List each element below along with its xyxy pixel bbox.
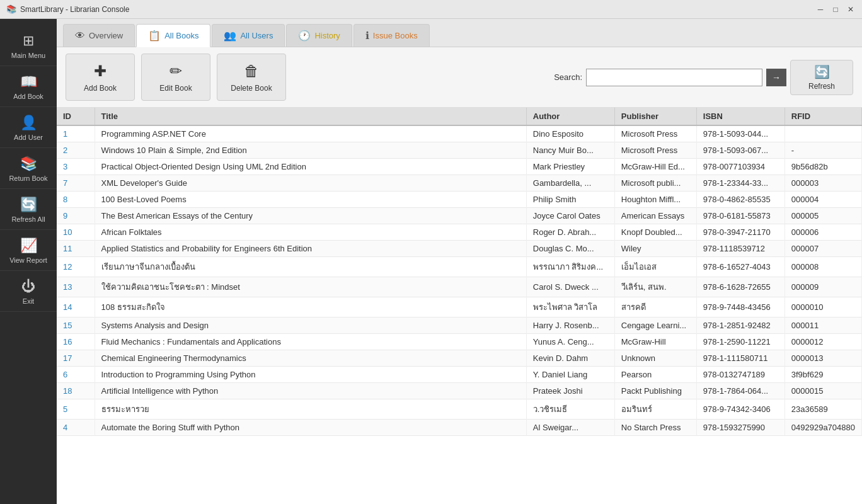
refresh-all-icon: 🔄 (20, 197, 37, 213)
edit-icon: ✏ (170, 62, 182, 80)
table-row[interactable]: 7 XML Developer's Guide Gambardella, ...… (57, 175, 862, 192)
cell-author: Dino Esposito (526, 125, 614, 142)
plus-icon: ✚ (94, 62, 106, 80)
cell-rfid (784, 125, 861, 142)
cell-publisher: Wiley (614, 241, 696, 257)
table-row[interactable]: 4 Automate the Boring Stuff with Python … (57, 420, 862, 436)
table-row[interactable]: 10 African Folktales Roger D. Abrah... K… (57, 224, 862, 241)
add-book-button[interactable]: ✚ Add Book (66, 54, 135, 101)
info-icon: ℹ (365, 30, 369, 42)
tab-all-users-label: All Users (240, 31, 273, 40)
table-row[interactable]: 15 Systems Analysis and Design Harry J. … (57, 318, 862, 334)
maximize-button[interactable]: □ (830, 4, 841, 14)
cell-id: 2 (57, 142, 95, 159)
cell-title: African Folktales (95, 224, 526, 241)
cell-id: 4 (57, 420, 95, 436)
table-row[interactable]: 9 The Best American Essays of the Centur… (57, 208, 862, 224)
table-row[interactable]: 18 Artificial Intelligence with Python P… (57, 383, 862, 399)
tab-issue-books[interactable]: ℹ Issue Books (353, 24, 430, 47)
cell-id: 3 (57, 159, 95, 175)
search-label: Search: (554, 72, 582, 82)
tab-overview-label: Overview (89, 31, 123, 40)
cell-author: Philip Smith (526, 192, 614, 208)
cell-rfid: 23a36589 (784, 399, 861, 420)
sidebar-item-refresh-all[interactable]: 🔄 Refresh All (0, 189, 57, 230)
delete-book-button[interactable]: 🗑 Delete Book (217, 54, 286, 101)
table-row[interactable]: 16 Fluid Mechanics : Fundamentals and Ap… (57, 334, 862, 350)
search-input[interactable] (586, 69, 762, 86)
table-row[interactable]: 6 Introduction to Programming Using Pyth… (57, 367, 862, 383)
cell-isbn: 978-6-16527-4043 (696, 257, 784, 277)
cell-isbn: 978-0-4862-85535 (696, 192, 784, 208)
cell-publisher: McGraw-Hill (614, 334, 696, 350)
books-table: ID Title Author Publisher ISBN RFID 1 Pr… (57, 108, 862, 436)
cell-publisher: วีเลิร์น, สนพ. (614, 277, 696, 297)
cell-rfid: 9b56d82b (784, 159, 861, 175)
cell-publisher: Microsoft Press (614, 142, 696, 159)
cell-rfid: 000008 (784, 257, 861, 277)
table-row[interactable]: 2 Windows 10 Plain & Simple, 2nd Edition… (57, 142, 862, 159)
add-book-label: Add Book (84, 84, 117, 93)
sidebar-label-exit: Exit (23, 297, 34, 305)
book-icon: 📖 (20, 74, 37, 90)
cell-title: Programming ASP.NET Core (95, 125, 526, 142)
tab-all-books[interactable]: 📋 All Books (136, 24, 210, 47)
window-controls: ─ □ ✕ (815, 4, 856, 14)
table-row[interactable]: 11 Applied Statistics and Probability fo… (57, 241, 862, 257)
table-row[interactable]: 13 ใช้ความคิดเอาชนะโชคชะตา : Mindset Car… (57, 277, 862, 297)
close-button[interactable]: ✕ (846, 4, 856, 14)
table-row[interactable]: 14 108 ธรรมสะกิดใจ พระไพศาล วิสาโล สารคด… (57, 297, 862, 318)
search-area: Search: → 🔄 Refresh (554, 60, 853, 95)
tab-all-users[interactable]: 👥 All Users (212, 24, 285, 47)
cell-id: 14 (57, 297, 95, 318)
cell-id: 9 (57, 208, 95, 224)
edit-book-button[interactable]: ✏ Edit Book (141, 54, 210, 101)
cell-isbn: 978-1-7864-064... (696, 383, 784, 399)
cell-isbn: 978-1-5093-067... (696, 142, 784, 159)
user-icon: 👤 (20, 115, 37, 131)
cell-author: ว.วชิรเมธี (526, 399, 614, 420)
col-publisher: Publisher (614, 108, 696, 125)
refresh-button[interactable]: 🔄 Refresh (790, 60, 853, 95)
sidebar-label-refresh-all: Refresh All (11, 215, 45, 223)
cell-isbn: 978-6-1628-72655 (696, 277, 784, 297)
trash-icon: 🗑 (244, 62, 259, 80)
tab-overview[interactable]: 👁 Overview (63, 24, 135, 47)
cell-rfid: 0000012 (784, 334, 861, 350)
table-row[interactable]: 17 Chemical Engineering Thermodynamics K… (57, 350, 862, 367)
sidebar-label-main-menu: Main Menu (11, 52, 45, 59)
cell-author: Joyce Carol Oates (526, 208, 614, 224)
cell-id: 15 (57, 318, 95, 334)
sidebar-item-main-menu[interactable]: ⊞ Main Menu (0, 25, 57, 66)
cell-rfid: 000004 (784, 192, 861, 208)
cell-title: Systems Analysis and Design (95, 318, 526, 334)
table-row[interactable]: 1 Programming ASP.NET Core Dino Esposito… (57, 125, 862, 142)
table-row[interactable]: 12 เรียนภาษาจีนกลางเบื้องต้น พรรณาภา สิร… (57, 257, 862, 277)
cell-title: The Best American Essays of the Century (95, 208, 526, 224)
cell-isbn: 978-1-5093-044... (696, 125, 784, 142)
cell-author: Carol S. Dweck ... (526, 277, 614, 297)
sidebar-item-add-book[interactable]: 📖 Add Book (0, 66, 57, 107)
tab-bar: 👁 Overview 📋 All Books 👥 All Users 🕐 His… (57, 19, 862, 47)
cell-publisher: อมรินทร์ (614, 399, 696, 420)
cell-id: 1 (57, 125, 95, 142)
eye-icon: 👁 (75, 30, 85, 42)
search-button[interactable]: → (766, 69, 786, 86)
cell-author: Roger D. Abrah... (526, 224, 614, 241)
cell-title: Windows 10 Plain & Simple, 2nd Edition (95, 142, 526, 159)
tab-history[interactable]: 🕐 History (286, 24, 352, 47)
cell-isbn: 978-0132747189 (696, 367, 784, 383)
app-container: ⊞ Main Menu 📖 Add Book 👤 Add User 📚 Retu… (0, 19, 862, 504)
table-row[interactable]: 5 ธรรมะหารวย ว.วชิรเมธี อมรินทร์ 978-9-7… (57, 399, 862, 420)
cell-rfid: 0000015 (784, 383, 861, 399)
cell-id: 18 (57, 383, 95, 399)
sidebar-item-add-user[interactable]: 👤 Add User (0, 107, 57, 148)
sidebar-item-return-book[interactable]: 📚 Return Book (0, 148, 57, 189)
table-row[interactable]: 3 Practical Object-Oriented Design Using… (57, 159, 862, 175)
sidebar-item-view-report[interactable]: 📈 View Report (0, 230, 57, 271)
cell-author: Mark Priestley (526, 159, 614, 175)
table-row[interactable]: 8 100 Best-Loved Poems Philip Smith Houg… (57, 192, 862, 208)
col-id: ID (57, 108, 95, 125)
sidebar-item-exit[interactable]: ⏻ Exit (0, 271, 57, 312)
minimize-button[interactable]: ─ (815, 4, 825, 14)
